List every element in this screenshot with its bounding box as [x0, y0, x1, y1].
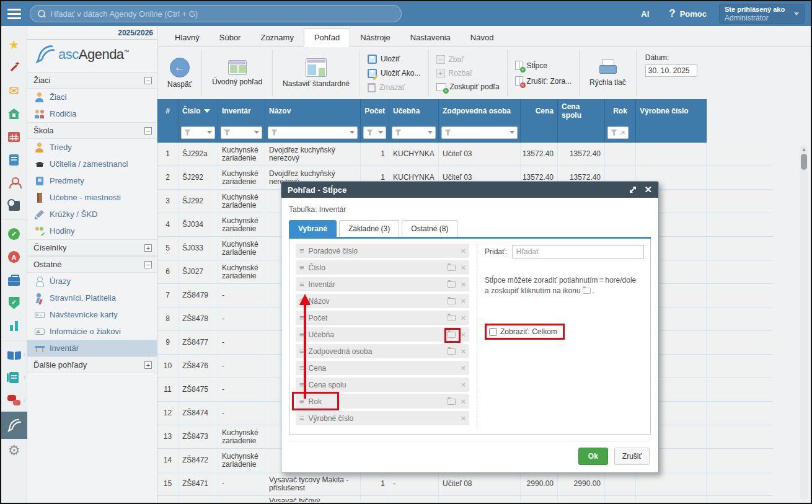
column-list-item[interactable]: ≡ Poradové číslo ×	[296, 244, 469, 258]
sidebar-item-1[interactable]: Žiaci	[27, 89, 157, 105]
sidebar-item-4[interactable]: Triedy	[27, 139, 157, 156]
toggle-box-icon[interactable]: −	[144, 127, 152, 135]
table-row-partial[interactable]: Vysavač tyčový	[157, 496, 773, 502]
filter-dropdown-4[interactable]	[363, 126, 386, 139]
sidebar-item-8[interactable]: Krúžky / ŠKD	[27, 206, 157, 223]
column-list-item[interactable]: ≡ Učebňa ×	[296, 327, 469, 342]
sidebar-item-9[interactable]: Hodiny	[27, 223, 157, 239]
sidebar-item-13[interactable]: Stravníci, Platitelia	[27, 290, 157, 306]
home-icon[interactable]	[1, 102, 27, 125]
toggle-box-icon[interactable]: −	[144, 77, 152, 84]
drag-handle-icon[interactable]: ≡	[299, 296, 304, 306]
sidebar-item-16[interactable]: Inventár	[27, 340, 157, 356]
column-header-7[interactable]: Cena	[521, 99, 558, 123]
expand-button[interactable]: +Rozbaľ	[435, 68, 474, 79]
menu-nastavenia[interactable]: Nastavenia	[400, 29, 461, 46]
remove-column-icon[interactable]: ×	[461, 314, 466, 322]
briefcase-icon[interactable]	[1, 268, 27, 291]
close-icon[interactable]: ✕	[644, 184, 652, 195]
group-folder-icon[interactable]	[448, 281, 456, 288]
remove-column-icon[interactable]: ×	[461, 247, 466, 255]
group-folder-icon[interactable]	[448, 399, 456, 405]
menu-zoznamy[interactable]: Zoznamy	[250, 29, 303, 46]
remove-column-icon[interactable]: ×	[461, 364, 466, 372]
date-input[interactable]	[645, 64, 697, 77]
column-header-1[interactable]: Číslo	[179, 99, 218, 123]
filter-dropdown-2[interactable]	[221, 126, 262, 139]
sidebar-item-7[interactable]: Učebne - miestnosti	[27, 189, 157, 206]
table-row-15[interactable]: 15ZŠ8471-Vysavač tycovy Makita - přísluš…	[157, 472, 773, 496]
group-folder-icon[interactable]	[448, 315, 456, 321]
mail-icon[interactable]: ✉	[1, 79, 27, 102]
grades-icon[interactable]: A	[1, 245, 27, 268]
dialog-tab-0[interactable]: Vybrané	[289, 220, 337, 237]
vertical-scrollbar[interactable]: ▲	[800, 145, 808, 500]
sidebar-group-10[interactable]: Číselníky +	[27, 239, 157, 256]
home-view-button[interactable]: Úvodný pohľad	[208, 59, 266, 87]
maximize-icon[interactable]	[629, 186, 637, 193]
menu-pohľad[interactable]: Pohľad	[304, 29, 350, 47]
remove-column-icon[interactable]: ×	[461, 330, 466, 338]
save-button[interactable]: Uložiť	[366, 53, 401, 65]
column-header-5[interactable]: Učebňa	[389, 99, 439, 123]
set-default-button[interactable]: Nastaviť štandardné	[279, 57, 353, 89]
drag-handle-icon[interactable]: ≡	[299, 397, 304, 406]
sidebar-item-12[interactable]: Úrazy	[27, 273, 157, 290]
filter-clear-9[interactable]: .✕	[607, 126, 629, 139]
column-list-item[interactable]: ≡ Inventár ×	[296, 277, 469, 291]
school-year[interactable]: 2025/2026	[118, 29, 153, 37]
quick-print-button[interactable]: Rýchla tlač	[586, 58, 630, 88]
library-icon[interactable]: ›	[1, 343, 27, 366]
column-header-2[interactable]: Inventár	[218, 99, 265, 123]
shield-check-icon[interactable]: ✔	[1, 291, 27, 314]
sidebar-item-2[interactable]: Rodičia	[27, 105, 157, 122]
favorites-icon[interactable]: ★	[1, 33, 27, 56]
drag-handle-icon[interactable]: ≡	[299, 330, 304, 339]
drag-handle-icon[interactable]: ≡	[299, 280, 304, 289]
scroll-thumb[interactable]	[801, 154, 807, 170]
timetable-icon[interactable]	[1, 125, 27, 148]
sidebar-group-11[interactable]: Ostatné −	[27, 256, 157, 273]
group-folder-icon[interactable]	[448, 298, 456, 304]
agenda-pencil-icon[interactable]	[1, 412, 27, 439]
attendance-check-icon[interactable]: ✔	[1, 223, 27, 245]
sidebar-item-15[interactable]: Informácie o žiakovi	[27, 323, 157, 340]
global-search-input[interactable]: Hľadať v dátach Agendy Online (Ctrl + G)	[30, 5, 402, 22]
statistics-icon[interactable]	[1, 314, 27, 337]
drag-handle-icon[interactable]: ≡	[299, 347, 304, 356]
group-folder-icon[interactable]	[448, 265, 456, 271]
column-header-8[interactable]: Cena spolu	[558, 99, 605, 123]
wizard-icon[interactable]	[1, 56, 27, 79]
toggle-box-icon[interactable]: −	[144, 261, 152, 268]
column-list-item[interactable]: ≡ Cena spolu ×	[296, 378, 469, 392]
column-header-0[interactable]: #	[157, 99, 179, 123]
column-header-6[interactable]: Zodpovedná osoba	[439, 99, 521, 123]
help-button[interactable]: ? Pomoc	[663, 7, 713, 20]
scroll-up-icon[interactable]: ▲	[801, 145, 807, 154]
sidebar-group-3[interactable]: Škola −	[27, 122, 157, 139]
column-list-item[interactable]: ≡ Rok ×	[296, 394, 469, 409]
group-folder-icon[interactable]	[448, 348, 456, 355]
menu-súbor[interactable]: Súbor	[210, 29, 251, 46]
column-list-item[interactable]: ≡ Cena ×	[296, 361, 469, 375]
column-header-10[interactable]: Výrobné číslo	[636, 99, 707, 123]
drag-handle-icon[interactable]: ≡	[299, 380, 304, 389]
menu-hlavný[interactable]: Hlavný	[165, 29, 210, 46]
person-icon[interactable]	[1, 171, 27, 194]
remove-column-icon[interactable]: ×	[461, 414, 466, 422]
cancel-button[interactable]: Zrušiť	[614, 448, 650, 465]
show-total-checkbox[interactable]	[489, 328, 497, 336]
remove-column-icon[interactable]: ×	[461, 381, 466, 389]
hamburger-menu-icon[interactable]	[5, 5, 24, 22]
column-header-3[interactable]: Názov	[265, 99, 361, 123]
back-button[interactable]: ← Naspäť	[164, 56, 195, 90]
remove-column-icon[interactable]: ×	[461, 263, 466, 272]
sidebar-item-14[interactable]: Návštevnícke karty	[27, 306, 157, 323]
remove-column-icon[interactable]: ×	[461, 297, 466, 305]
dialog-tab-2[interactable]: Ostatné (8)	[402, 220, 457, 237]
save-as-button[interactable]: Uložiť Ako...	[366, 68, 422, 79]
group-by-button[interactable]: Zoskupiť podľa	[435, 81, 501, 92]
drag-handle-icon[interactable]: ≡	[299, 246, 304, 255]
column-list-item[interactable]: ≡ Počet ×	[296, 311, 469, 325]
toggle-box-icon[interactable]: +	[144, 361, 152, 369]
